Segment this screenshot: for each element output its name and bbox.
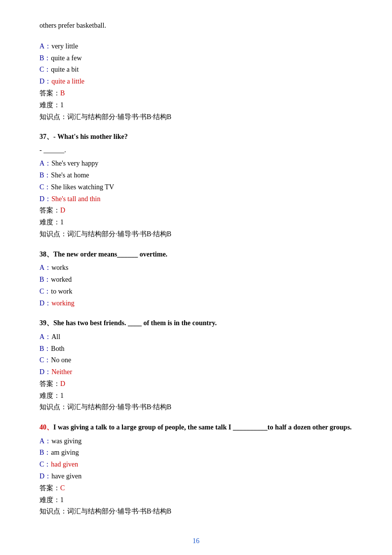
q38-question: The new order means______ overtime.: [53, 251, 167, 258]
q39-option-d: D：Neither: [39, 366, 353, 378]
q40-section: 40、I was giving a talk to a large group …: [39, 422, 353, 517]
q37-option-a: A：She's very happy: [39, 158, 353, 170]
q40-answer: 答案：C: [39, 482, 353, 494]
q40-option-c: C：had given: [39, 459, 353, 470]
q37-answer-value: D: [60, 207, 65, 214]
q37-option-b: B：She's at home: [39, 170, 353, 181]
q39-knowledge-value: 词汇与结构部分·辅导书·书B·结构B: [67, 403, 171, 411]
q39-text-b: Both: [51, 345, 64, 352]
q37-knowledge-label: 知识点：: [39, 230, 67, 238]
q39-question: She has two best friends. ____ of them i…: [53, 319, 217, 327]
q38-label-d: D：: [39, 299, 51, 307]
q36-answer-value: B: [60, 89, 65, 97]
q39-difficulty-label: 难度：: [39, 392, 60, 399]
q36-section: A：very little B：quite a few C：quite a bi…: [39, 41, 353, 123]
q37-label-a: A：: [39, 160, 51, 167]
q38-text-d: working: [51, 299, 75, 307]
q39-difficulty: 难度：1: [39, 390, 353, 402]
q40-label-d: D：: [39, 472, 51, 480]
q37-text-d: She's tall and thin: [51, 195, 100, 203]
q38-number: 38、: [39, 251, 53, 258]
q39-section: 39、She has two best friends. ____ of the…: [39, 318, 353, 413]
q37-label-c: C：: [39, 183, 51, 191]
q40-option-b: B：am giving: [39, 447, 353, 459]
q38-option-d: D：working: [39, 298, 353, 309]
q36-answer: 答案：B: [39, 87, 353, 99]
q36-knowledge-value: 词汇与结构部分·辅导书·书B·结构B: [67, 113, 171, 121]
q37-text-c: She likes watching TV: [51, 183, 114, 191]
q40-difficulty-value: 1: [60, 496, 64, 504]
q36-knowledge-label: 知识点：: [39, 113, 67, 121]
q37-answer-label: 答案：: [39, 207, 60, 214]
q37-section: 37、- What's his mother like? - ______. A…: [39, 131, 353, 240]
q36-text-b: quite a few: [51, 54, 81, 62]
q38-text-b: worked: [51, 276, 72, 283]
q36-label-c: C：: [39, 66, 51, 73]
q36-label-a: A：: [39, 43, 51, 50]
q40-question: I was giving a talk to a large group of …: [53, 424, 352, 431]
q37-label-b: B：: [39, 171, 51, 179]
q36-knowledge: 知识点：词汇与结构部分·辅导书·书B·结构B: [39, 111, 353, 123]
q39-knowledge: 知识点：词汇与结构部分·辅导书·书B·结构B: [39, 401, 353, 413]
q36-option-d: D：quite a little: [39, 76, 353, 87]
q39-option-a: A：All: [39, 331, 353, 343]
q36-text-a: very little: [51, 43, 78, 50]
q39-knowledge-label: 知识点：: [39, 403, 67, 411]
q39-number: 39、: [39, 319, 53, 327]
q36-text-d: quite a little: [51, 78, 84, 85]
q37-difficulty-label: 难度：: [39, 218, 60, 226]
q40-question-line: 40、I was giving a talk to a large group …: [39, 422, 353, 433]
q36-label-d: D：: [39, 78, 51, 85]
page-number: 16: [193, 537, 199, 545]
q39-answer: 答案：D: [39, 378, 353, 390]
q40-difficulty-label: 难度：: [39, 496, 60, 504]
q39-text-a: All: [51, 333, 60, 341]
intro-section: others prefer basketball.: [39, 20, 353, 32]
q40-number: 40、: [39, 424, 53, 431]
q36-answer-label: 答案：: [39, 89, 60, 97]
q38-label-b: B：: [39, 276, 51, 283]
q37-text-b: She's at home: [51, 171, 89, 179]
q38-text-a: works: [51, 264, 68, 271]
q39-answer-label: 答案：: [39, 380, 60, 387]
q40-difficulty: 难度：1: [39, 494, 353, 506]
q37-question-line: 37、- What's his mother like?: [39, 131, 353, 142]
q37-difficulty-value: 1: [60, 218, 64, 226]
q40-option-d: D：have given: [39, 470, 353, 482]
q38-option-b: B：worked: [39, 274, 353, 286]
q40-option-a: A：was giving: [39, 435, 353, 447]
q36-option-c: C：quite a bit: [39, 64, 353, 76]
intro-line1: others prefer basketball.: [39, 20, 353, 32]
q36-option-a: A：very little: [39, 41, 353, 52]
q39-label-c: C：: [39, 356, 51, 364]
q40-label-a: A：: [39, 437, 51, 445]
q37-label-d: D：: [39, 195, 51, 203]
q36-difficulty-value: 1: [60, 101, 64, 109]
q40-knowledge-value: 词汇与结构部分·辅导书·书B·结构B: [67, 508, 171, 515]
q39-option-c: C：No one: [39, 354, 353, 366]
q37-answer: 答案：D: [39, 205, 353, 216]
q40-text-a: was giving: [51, 437, 81, 445]
q36-difficulty-label: 难度：: [39, 101, 60, 109]
q38-text-c: to work: [51, 288, 72, 295]
q37-difficulty: 难度：1: [39, 216, 353, 228]
q40-answer-value: C: [60, 484, 65, 492]
q37-blank-line: - ______.: [39, 145, 353, 156]
q39-label-a: A：: [39, 333, 51, 341]
q40-label-b: B：: [39, 449, 51, 456]
q38-option-a: A：works: [39, 262, 353, 274]
q37-option-d: D：She's tall and thin: [39, 193, 353, 205]
q40-label-c: C：: [39, 461, 51, 468]
page-footer: 16: [39, 537, 353, 545]
q36-label-b: B：: [39, 54, 51, 62]
q36-option-b: B：quite a few: [39, 52, 353, 64]
q39-difficulty-value: 1: [60, 392, 64, 399]
q38-label-a: A：: [39, 264, 51, 271]
q37-number: 37、: [39, 133, 53, 140]
q39-question-line: 39、She has two best friends. ____ of the…: [39, 318, 353, 329]
q39-text-d: Neither: [51, 368, 72, 376]
q37-text-a: She's very happy: [51, 160, 98, 167]
q40-answer-label: 答案：: [39, 484, 60, 492]
q40-text-b: am giving: [51, 449, 78, 456]
q39-label-b: B：: [39, 345, 51, 352]
